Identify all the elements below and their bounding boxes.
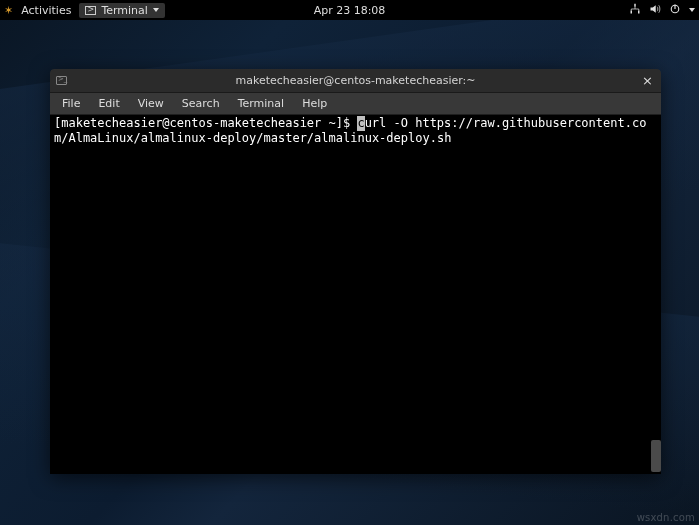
scrollbar-thumb[interactable] [651, 440, 661, 472]
shell-prompt: [maketecheasier@centos-maketecheasier ~]… [54, 116, 357, 130]
close-icon: × [642, 73, 653, 88]
menu-help[interactable]: Help [294, 95, 335, 112]
svg-rect-1 [631, 10, 633, 13]
terminal-icon [85, 6, 96, 15]
gnome-top-bar: ✶ Activities Terminal Apr 23 18:08 [0, 0, 699, 20]
menu-terminal[interactable]: Terminal [230, 95, 293, 112]
terminal-menubar: File Edit View Search Terminal Help [50, 93, 661, 115]
chevron-down-icon[interactable] [689, 8, 695, 12]
chevron-down-icon [153, 8, 159, 12]
menu-edit[interactable]: Edit [90, 95, 127, 112]
menu-view[interactable]: View [130, 95, 172, 112]
svg-rect-0 [634, 3, 636, 6]
distro-logo-icon: ✶ [4, 4, 13, 17]
app-menu-button[interactable]: Terminal [79, 3, 165, 18]
watermark-label: wsxdn.com [637, 512, 695, 523]
svg-rect-2 [638, 10, 640, 13]
menu-file[interactable]: File [54, 95, 88, 112]
svg-rect-4 [674, 4, 675, 9]
terminal-icon [56, 76, 67, 85]
close-button[interactable]: × [642, 73, 653, 88]
activities-button[interactable]: Activities [17, 4, 75, 17]
clock-label[interactable]: Apr 23 18:08 [314, 4, 386, 17]
text-cursor: c [357, 116, 364, 131]
volume-icon[interactable] [649, 3, 661, 18]
window-titlebar[interactable]: maketecheasier@centos-maketecheasier:~ × [50, 69, 661, 93]
power-icon[interactable] [669, 3, 681, 18]
terminal-content[interactable]: [maketecheasier@centos-maketecheasier ~]… [50, 115, 661, 474]
network-icon[interactable] [629, 3, 641, 18]
menu-search[interactable]: Search [174, 95, 228, 112]
terminal-window: maketecheasier@centos-maketecheasier:~ ×… [50, 69, 661, 474]
app-menu-label: Terminal [101, 4, 148, 17]
window-title: maketecheasier@centos-maketecheasier:~ [235, 74, 475, 87]
